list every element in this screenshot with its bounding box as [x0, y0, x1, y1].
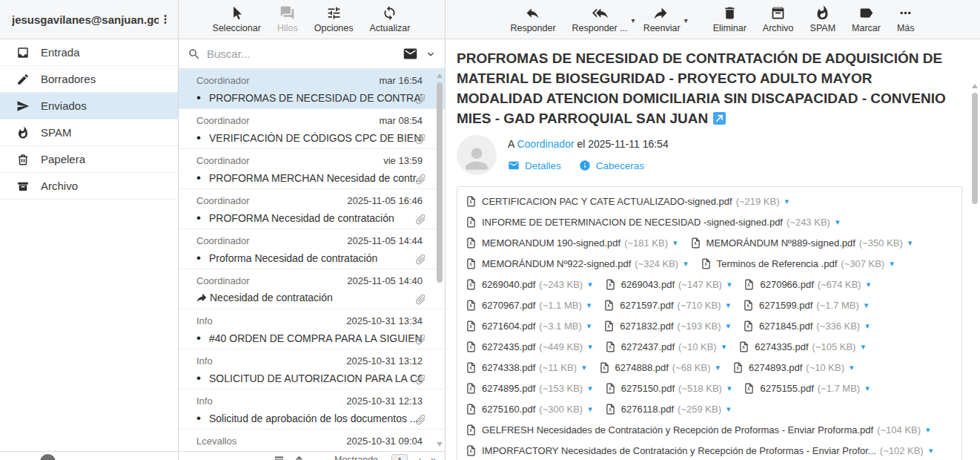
- attachment-menu-caret[interactable]: [588, 280, 592, 289]
- attachment-chip[interactable]: 6274895.pdf (~153 KB): [465, 378, 592, 398]
- attachment-menu-caret[interactable]: [861, 342, 865, 352]
- attachment-menu-caret[interactable]: [867, 280, 871, 289]
- attachment-menu-caret[interactable]: [726, 321, 730, 331]
- headers-toggle[interactable]: Cabeceras: [579, 160, 644, 171]
- attachment-menu-caret[interactable]: [588, 384, 592, 393]
- attachment-menu-caret[interactable]: [582, 363, 586, 372]
- attachment-chip[interactable]: Terminos de Referencia .pdf (~307 KB): [700, 253, 894, 274]
- attachment-menu-caret[interactable]: [865, 321, 870, 331]
- message-list-item[interactable]: Lcevallos 2025-10-31 09:04: [179, 430, 445, 451]
- sidebar-item-enviados[interactable]: Enviados: [0, 93, 178, 119]
- select-all-icon[interactable]: [274, 454, 285, 460]
- attachment-chip[interactable]: 6275160.pdf (~300 KB): [465, 398, 592, 419]
- account-menu-icon[interactable]: [159, 11, 172, 27]
- options-button[interactable]: Opciones: [314, 0, 354, 33]
- sidebar-item-papelera[interactable]: Papelera: [0, 146, 178, 173]
- attachment-menu-caret[interactable]: [587, 321, 592, 331]
- message-list-item[interactable]: Info 2025-10-31 13:12 SOLICITUD DE AUTOR…: [179, 349, 445, 390]
- message-list-item[interactable]: Coordinador 2025-11-05 16:46 PROFORMA Ne…: [179, 189, 445, 229]
- sidebar-item-spam[interactable]: SPAM: [0, 119, 178, 146]
- page-up-icon[interactable]: [294, 454, 305, 460]
- message-list-scrollbar[interactable]: [436, 72, 443, 448]
- attachment-chip[interactable]: MEMORÁNDUM Nº922-signed.pdf (~324 KB): [465, 253, 688, 274]
- spam-button[interactable]: SPAM: [810, 0, 836, 33]
- forward-dropdown-caret[interactable]: [684, 0, 688, 24]
- sidebar-item-borradores[interactable]: Borradores: [0, 66, 178, 93]
- message-list-item[interactable]: Coordinador 2025-11-05 14:40 Necesidad d…: [179, 269, 445, 309]
- attachment-chip[interactable]: CERTIFICACION PAC Y CATE ACTUALIZADO-sig…: [465, 191, 789, 211]
- attachment-menu-caret[interactable]: [722, 342, 726, 352]
- attachment-chip[interactable]: 6274893.pdf (~10 KB): [732, 357, 854, 378]
- attachment-chip[interactable]: 6272435.pdf (~449 KB): [465, 336, 592, 357]
- reading-pane-scrollbar[interactable]: [971, 82, 979, 457]
- attachment-menu-caret[interactable]: [929, 446, 933, 456]
- attachment-chip[interactable]: 6271604.pdf (~3.1 MB): [465, 315, 591, 336]
- attachment-menu-caret[interactable]: [890, 259, 894, 269]
- scroll-up-arrow[interactable]: [437, 73, 443, 78]
- last-page-icon[interactable]: »: [431, 454, 436, 460]
- message-list-item[interactable]: Coordinador vie 13:59 PROFORMA MERCHAN N…: [179, 149, 445, 189]
- attachment-chip[interactable]: MEMORÁNDUM Nº889-signed.pdf (~350 KB): [689, 232, 913, 253]
- attachment-menu-caret[interactable]: [716, 363, 721, 372]
- attachment-chip[interactable]: 6271599.pdf (~1.7 MB): [742, 295, 868, 315]
- message-list-item[interactable]: Coordinador mar 16:54 PROFROMAS DE NECES…: [179, 69, 445, 109]
- attachment-chip[interactable]: 6269043.pdf (~147 KB): [604, 274, 732, 295]
- attachment-chip[interactable]: 6274888.pdf (~68 KB): [598, 357, 721, 378]
- scrollbar-thumb[interactable]: [437, 82, 443, 283]
- more-button[interactable]: Más: [897, 0, 915, 33]
- message-list-item[interactable]: Info 2025-10-31 12:13 Solicitud de aprob…: [179, 390, 445, 430]
- attachment-chip[interactable]: 6271597.pdf (~710 KB): [603, 295, 730, 315]
- delete-button[interactable]: Eliminar: [713, 0, 746, 33]
- mark-button[interactable]: Marcar: [852, 0, 881, 33]
- attachment-chip[interactable]: MEMORANDUM 190-signed.pdf (~181 KB): [465, 232, 678, 253]
- select-button[interactable]: Seleccionar: [213, 0, 261, 33]
- attachment-chip[interactable]: 6271832.pdf (~193 KB): [603, 315, 730, 336]
- contacts-avatar[interactable]: [40, 454, 56, 460]
- page-number-box[interactable]: 1: [391, 454, 408, 460]
- attachment-menu-caret[interactable]: [850, 363, 854, 372]
- attachment-chip[interactable]: 6271845.pdf (~336 KB): [742, 315, 870, 336]
- message-list-item[interactable]: Info 2025-10-31 13:34 #40 ORDEN DE COMPR…: [179, 309, 445, 349]
- sidebar-item-archivo[interactable]: Archivo: [0, 173, 178, 200]
- attachment-menu-caret[interactable]: [588, 342, 592, 352]
- scroll-down-arrow[interactable]: [437, 442, 443, 447]
- attachment-menu-caret[interactable]: [926, 425, 930, 435]
- attachment-chip[interactable]: GELFRESH Necesidades de Contratación y R…: [465, 419, 930, 440]
- refresh-button[interactable]: Actualizar: [370, 0, 411, 33]
- scrollbar-thumb[interactable]: [972, 93, 978, 204]
- attachment-chip[interactable]: 6275155.pdf (~1.7 MB): [743, 378, 869, 398]
- reply-all-button[interactable]: Responder ...: [572, 0, 628, 33]
- message-list-item[interactable]: Coordinador 2025-11-05 14:44 Proforma Ne…: [179, 229, 445, 269]
- reply-button[interactable]: Responder: [510, 0, 555, 33]
- archive-button[interactable]: Archivo: [763, 0, 794, 33]
- sidebar-item-entrada[interactable]: Entrada: [0, 39, 178, 66]
- attachment-chip[interactable]: 6274338.pdf (~11 KB): [465, 357, 586, 378]
- attachment-menu-caret[interactable]: [727, 384, 732, 393]
- search-input[interactable]: [207, 47, 398, 60]
- attachment-menu-caret[interactable]: [835, 217, 840, 227]
- reply-all-dropdown-caret[interactable]: [632, 0, 635, 24]
- details-toggle[interactable]: Detalles: [508, 160, 561, 171]
- attachment-menu-caret[interactable]: [865, 384, 870, 393]
- attachment-menu-caret[interactable]: [864, 300, 869, 310]
- attachment-menu-caret[interactable]: [908, 238, 913, 248]
- open-in-new-icon[interactable]: [713, 112, 726, 125]
- envelope-icon[interactable]: [403, 46, 418, 62]
- attachment-chip[interactable]: 6272437.pdf (~10 KB): [604, 336, 726, 357]
- attachment-chip[interactable]: 6274335.pdf (~105 KB): [738, 336, 865, 357]
- attachment-menu-caret[interactable]: [727, 280, 732, 289]
- attachment-chip[interactable]: INFORME DE DETERMINACION DE NECESIDAD -s…: [465, 211, 839, 232]
- scroll-up-arrow[interactable]: [972, 84, 978, 88]
- attachment-menu-caret[interactable]: [726, 300, 730, 310]
- attachment-menu-caret[interactable]: [588, 404, 592, 414]
- attachment-menu-caret[interactable]: [587, 300, 592, 310]
- attachment-chip[interactable]: IMPORFACTORY Necesidades de Contratación…: [465, 440, 933, 460]
- forward-button[interactable]: Reenviar: [643, 0, 681, 33]
- message-list-item[interactable]: Coordinador mar 08:54 VERIFICACIÓN DE CÓ…: [179, 109, 445, 149]
- attachment-menu-caret[interactable]: [785, 197, 789, 206]
- recipient-link[interactable]: Coordinador: [517, 138, 574, 150]
- attachment-chip[interactable]: 6276118.pdf (~259 KB): [604, 398, 731, 419]
- chevron-down-icon[interactable]: [426, 49, 436, 59]
- attachment-menu-caret[interactable]: [683, 259, 688, 269]
- next-page-icon[interactable]: ›: [418, 454, 421, 460]
